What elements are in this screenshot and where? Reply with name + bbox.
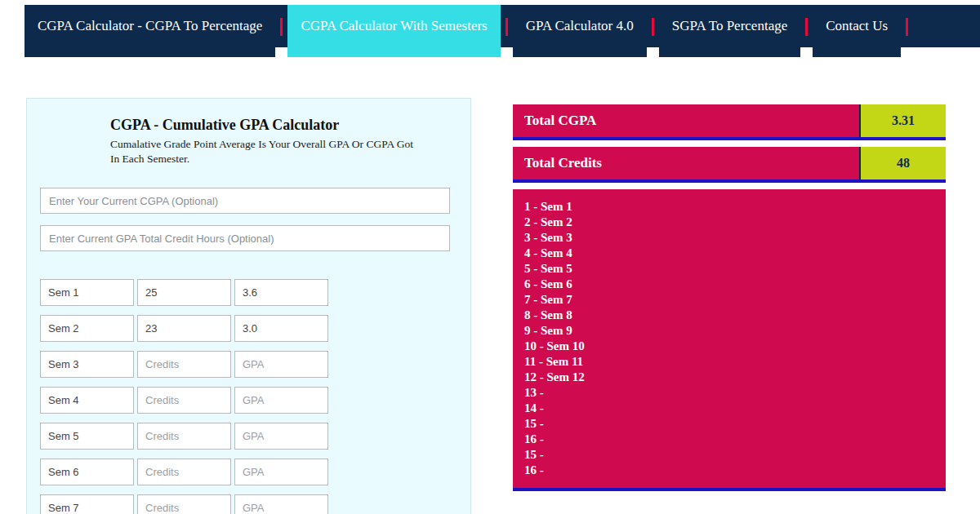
total-cgpa-label: Total CGPA	[513, 104, 859, 137]
nav-separator	[805, 18, 808, 36]
list-item: 4 - Sem 4	[524, 246, 934, 261]
sem-7-name-input[interactable]	[40, 494, 134, 514]
current-cgpa-input[interactable]	[40, 188, 450, 214]
list-item: 15 -	[524, 447, 934, 463]
sem-6-gpa-input[interactable]	[234, 459, 328, 485]
nav-separator	[652, 18, 654, 36]
sem-7-credits-input[interactable]	[137, 494, 231, 514]
nav-separator	[506, 18, 508, 36]
sem-3-credits-input[interactable]	[137, 351, 231, 378]
list-item: 14 -	[524, 401, 934, 416]
total-credits-value: 48	[859, 147, 946, 179]
list-item: 15 -	[524, 416, 934, 432]
sem-1-gpa-input[interactable]	[234, 279, 328, 306]
semester-row-7	[40, 494, 470, 514]
total-credits-bar: Total Credits 48	[513, 147, 946, 183]
sem-6-name-input[interactable]	[40, 459, 134, 485]
results-panel: Total CGPA 3.31 Total Credits 48 1 - Sem…	[513, 104, 946, 514]
sem-1-credits-input[interactable]	[137, 279, 231, 306]
list-item: 16 -	[524, 432, 934, 447]
list-item: 11 - Sem 11	[524, 354, 934, 370]
list-item: 7 - Sem 7	[524, 292, 934, 308]
list-item: 3 - Sem 3	[524, 230, 934, 246]
tab-gpa-calculator[interactable]: GPA Calculator 4.0	[513, 5, 647, 57]
sem-2-credits-input[interactable]	[137, 315, 231, 342]
list-item: 1 - Sem 1	[524, 199, 934, 215]
semester-row-3	[40, 351, 470, 378]
main-content: CGPA - Cumulative GPA Calculator Cumalat…	[26, 98, 980, 514]
semester-summary-list: 1 - Sem 1 2 - Sem 2 3 - Sem 3 4 - Sem 4 …	[513, 189, 946, 491]
sem-2-gpa-input[interactable]	[234, 315, 328, 342]
total-cgpa-bar: Total CGPA 3.31	[513, 104, 946, 140]
sem-2-name-input[interactable]	[40, 315, 134, 342]
list-item: 16 -	[524, 463, 934, 478]
sem-3-gpa-input[interactable]	[234, 351, 328, 378]
sem-5-credits-input[interactable]	[137, 423, 231, 450]
semester-rows	[40, 279, 470, 514]
calculator-title: CGPA - Cumulative GPA Calculator	[110, 117, 429, 134]
semester-row-5	[40, 423, 470, 450]
tab-sgpa-to-percentage[interactable]: SGPA To Percentage	[659, 5, 800, 57]
list-item: 13 -	[524, 385, 934, 401]
list-item: 12 - Sem 12	[524, 370, 934, 385]
nav-separator	[906, 18, 908, 36]
tab-cgpa-with-semesters[interactable]: CGPA Calculator With Semesters	[287, 5, 500, 57]
list-item: 6 - Sem 6	[524, 277, 934, 292]
nav-separator	[280, 18, 283, 36]
semester-row-2	[40, 315, 470, 342]
total-credits-label: Total Credits	[513, 147, 859, 179]
semester-row-6	[40, 459, 470, 485]
tab-contact-us[interactable]: Contact Us	[813, 5, 901, 57]
total-cgpa-value: 3.31	[859, 104, 946, 137]
list-item: 2 - Sem 2	[524, 215, 934, 230]
current-credit-hours-input[interactable]	[40, 225, 450, 251]
semester-row-1	[40, 279, 470, 306]
top-navigation-bar: CGPA Calculator - CGPA To Percentage CGP…	[24, 5, 980, 47]
calculator-subtitle: Cumalative Grade Point Average Is Your O…	[110, 137, 416, 166]
sem-5-gpa-input[interactable]	[234, 423, 328, 450]
sem-1-name-input[interactable]	[40, 279, 134, 306]
sem-7-gpa-input[interactable]	[234, 494, 328, 514]
sem-4-name-input[interactable]	[40, 387, 134, 414]
semester-row-4	[40, 387, 470, 414]
list-item: 8 - Sem 8	[524, 308, 934, 323]
sem-5-name-input[interactable]	[40, 423, 134, 450]
sem-6-credits-input[interactable]	[137, 459, 231, 485]
calculator-header: CGPA - Cumulative GPA Calculator Cumalat…	[110, 117, 429, 166]
list-item: 10 - Sem 10	[524, 339, 934, 354]
sem-4-credits-input[interactable]	[137, 387, 231, 414]
sem-3-name-input[interactable]	[40, 351, 134, 378]
list-item: 5 - Sem 5	[524, 261, 934, 277]
tab-cgpa-to-percentage[interactable]: CGPA Calculator - CGPA To Percentage	[24, 5, 275, 57]
cgpa-calculator-card: CGPA - Cumulative GPA Calculator Cumalat…	[26, 98, 471, 514]
list-item: 9 - Sem 9	[524, 323, 934, 339]
sem-4-gpa-input[interactable]	[234, 387, 328, 414]
